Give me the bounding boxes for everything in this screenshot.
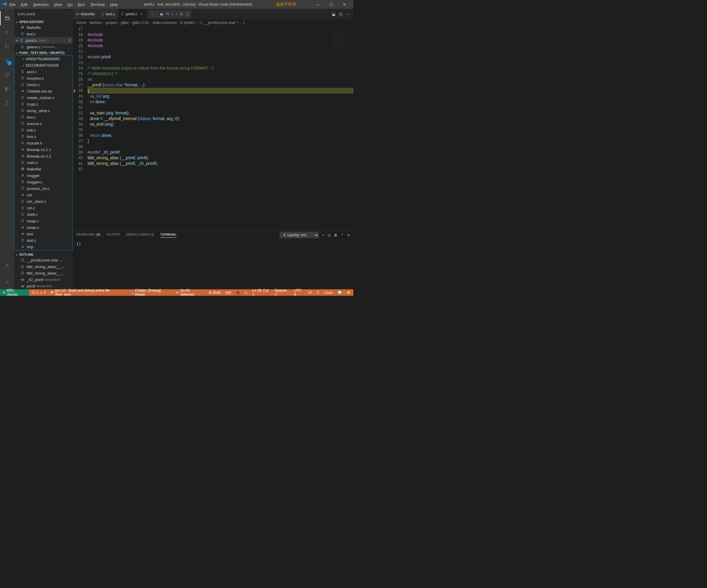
code-editor[interactable]: 1718192021222324252627◗28293031323334353… (73, 26, 354, 230)
menu-run[interactable]: Run (75, 1, 87, 8)
editor-tab[interactable]: Cprintf.c× (118, 9, 146, 19)
breadcrumb-item[interactable]: project (106, 20, 117, 25)
outline-item[interactable]: ▭_IO_printfdeclaration (14, 276, 73, 283)
language-status[interactable]: C (315, 288, 322, 296)
feedback-icon[interactable]: 💬 (335, 288, 344, 296)
menu-help[interactable]: Help (108, 1, 120, 8)
file-tree-item[interactable]: Cprocess_int.c (14, 185, 73, 192)
file-tree-item[interactable]: Ccheck.c (14, 81, 73, 88)
breakpoint-icon[interactable]: ◗ (73, 88, 75, 94)
run-launch-icon[interactable]: ▷ (242, 290, 250, 295)
terminal-body[interactable]: [] (73, 239, 354, 289)
menu-selection[interactable]: Selection (30, 1, 51, 8)
close-icon[interactable]: × (140, 12, 142, 16)
panel-tab-output[interactable]: OUTPUT (107, 233, 120, 237)
file-tree-item[interactable]: ≡libswap.so.2.2 (14, 153, 73, 159)
close-button[interactable]: ✕ (338, 0, 351, 9)
file-tree-item[interactable]: MMakefile (14, 166, 73, 172)
file-tree-item[interactable]: Cmain.c (14, 159, 73, 166)
build-button[interactable]: ⚙ Build (206, 290, 223, 295)
file-tree-item[interactable]: Cexit.c (14, 127, 73, 133)
file-tree-item[interactable]: ›fd3229b60570c5d9 (14, 62, 73, 68)
minimize-button[interactable]: ─ (311, 0, 325, 9)
indentation-status[interactable]: Spaces: 2 (272, 288, 292, 296)
settings-icon[interactable] (0, 275, 14, 289)
restart-icon[interactable]: ↻ (180, 12, 183, 16)
scm-icon[interactable] (0, 39, 14, 54)
file-tree-item[interactable]: ≡msgget (14, 172, 73, 179)
outline-item[interactable]: ⬡__printf(const char ... (14, 257, 73, 263)
editor-tab[interactable]: Ctest.c (98, 9, 118, 19)
file-tree-item[interactable]: Crsh_client.c (14, 198, 73, 205)
menu-go[interactable]: Go (65, 1, 75, 8)
open-editor-item[interactable]: ×Cprintf.c/hom...2 (14, 37, 73, 44)
trash-icon[interactable]: 🗑 (334, 233, 337, 237)
panel-tab-problems[interactable]: PROBLEMS2 (76, 233, 101, 237)
bell-icon[interactable]: 🔔 (344, 288, 354, 296)
file-tree-item[interactable]: ≡test (14, 231, 73, 237)
chevron-up-icon[interactable]: ⌃ (341, 233, 344, 237)
file-tree-item[interactable]: ›d480d79ca6b00680 (14, 56, 73, 62)
breadcrumb-item[interactable]: Cprintf.c (180, 20, 196, 25)
file-tree-item[interactable]: Cfork.c (14, 133, 73, 140)
remote-indicator[interactable]: ⤭ WSL: Ubuntu (0, 289, 29, 296)
target-status[interactable]: [all] (223, 290, 234, 295)
step-out-icon[interactable]: ↑ (175, 12, 177, 16)
extensions-icon[interactable] (0, 82, 14, 96)
menu-edit[interactable]: Edit (19, 1, 30, 8)
debug-launch-icon[interactable]: 🐞 (233, 290, 242, 295)
menu-file[interactable]: File (7, 1, 18, 8)
download-icon[interactable]: ⬓ (332, 12, 335, 16)
file-tree-item[interactable]: Ctest.c (14, 237, 73, 244)
kit-status[interactable]: ✂ No Kit Selected (174, 288, 206, 296)
cursor-position[interactable]: Ln 28, Col 1 (250, 288, 272, 296)
outline-header[interactable]: ⌄ OUTLINE (14, 252, 73, 257)
file-tree-item[interactable]: Cshell.c (14, 211, 73, 218)
breadcrumb-item[interactable]: fashion (90, 20, 102, 25)
close-panel-icon[interactable]: ✕ (347, 233, 350, 237)
drag-handle-icon[interactable]: ⋮⋮ (150, 12, 158, 16)
breadcrumb-item[interactable]: glibc-2.31 (132, 20, 149, 25)
file-tree-item[interactable]: Cbusybox.c (14, 75, 73, 81)
step-into-icon[interactable]: ↓ (171, 12, 173, 16)
breadcrumb-item[interactable]: stdio-common (153, 20, 177, 25)
file-tree-item[interactable]: ≡tmp (14, 244, 73, 250)
terminal-selector[interactable]: 4: cppdbg: test (280, 232, 319, 238)
eol-status[interactable]: LF (306, 288, 315, 296)
open-editor-item[interactable]: Ctest.c (14, 31, 73, 37)
test-icon[interactable] (0, 96, 14, 110)
outline-item[interactable]: ⬡ldbl_strong_alias(__... (14, 263, 73, 270)
cmake-status[interactable]: 🔧 CMake: [Debug]: Ready (127, 288, 174, 296)
encoding-status[interactable]: UTF-8 (292, 288, 306, 296)
panel-tab-debug-console[interactable]: DEBUG CONSOLE (126, 233, 154, 237)
step-over-icon[interactable]: ↷ (166, 12, 169, 16)
file-tree-item[interactable]: ≡swap.o (14, 224, 73, 231)
panel-tab-terminal[interactable]: TERMINAL (160, 233, 177, 238)
breadcrumbs[interactable]: home›fashion›project›glibc›glibc-2.31›st… (73, 19, 354, 26)
minimap[interactable] (332, 26, 350, 55)
debug-icon[interactable]: 1 (0, 54, 14, 68)
editor-tab[interactable]: MMakefile (73, 9, 98, 19)
menu-view[interactable]: View (52, 1, 65, 8)
open-editor-item[interactable]: Cgetenv.c/home/fa... (14, 44, 73, 50)
search-icon[interactable] (0, 25, 14, 39)
more-actions-icon[interactable]: ⋯ (346, 12, 350, 16)
continue-icon[interactable]: ▶ (161, 12, 163, 16)
menu-terminal[interactable]: Terminal (88, 1, 107, 8)
folder-header[interactable]: ⌄ FORK_TEST [WSL: UBUNTU] (14, 50, 73, 55)
split-editor-icon[interactable]: ◫ (339, 12, 342, 16)
os-status[interactable]: Linux (322, 288, 335, 296)
file-tree-item[interactable]: Ccrypt.c (14, 101, 73, 107)
file-tree-item[interactable]: Cmsgget.c (14, 179, 73, 185)
stop-icon[interactable]: ☐ (186, 12, 189, 16)
split-terminal-icon[interactable]: ◫ (328, 233, 331, 237)
file-tree-item[interactable]: Cacct.c (14, 68, 73, 75)
file-tree-item[interactable]: Cenv.c (14, 114, 73, 120)
breadcrumb-item[interactable]: ⬡__printf(const char *, ...) (199, 20, 245, 25)
problems-status[interactable]: ⓧ2 ⚠0 (29, 290, 48, 295)
open-editors-header[interactable]: ⌄ OPEN EDITORS (14, 19, 73, 24)
explorer-actions-icon[interactable]: ⋯ (66, 12, 69, 16)
close-icon[interactable]: × (16, 38, 18, 43)
file-tree-item[interactable]: Ccreate_orphan.c (14, 94, 73, 101)
breadcrumb-item[interactable]: home (76, 20, 86, 25)
